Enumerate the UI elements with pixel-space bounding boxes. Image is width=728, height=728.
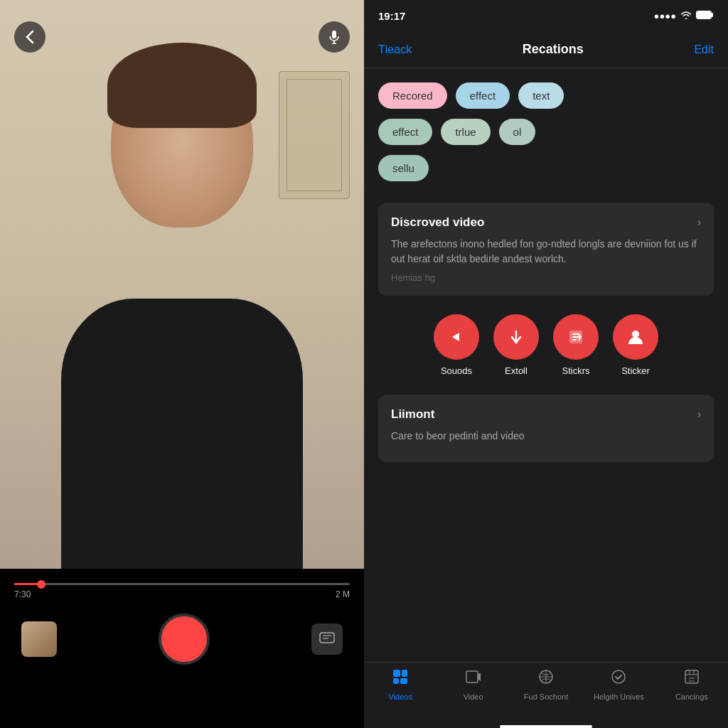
tag-trlue[interactable]: trlue [441, 119, 490, 145]
tags-row-3: sellu [378, 155, 714, 181]
time-end: 2 M [336, 589, 350, 599]
extoll-icon [493, 314, 539, 360]
tab-video[interactable]: Video [437, 668, 509, 701]
svg-rect-14 [393, 678, 399, 684]
home-indicator [500, 725, 592, 728]
svg-rect-16 [466, 671, 478, 682]
sticker-label: Sticker [621, 365, 650, 376]
tags-row-1: Recored effect text [378, 82, 714, 109]
discovered-video-section[interactable]: Discroved video › The arefectons inono h… [378, 203, 714, 296]
left-panel: 7:30 2 M [0, 0, 364, 728]
tab-cancings[interactable]: Cancings [655, 668, 728, 701]
tab-helgith-label: Helgith Unives [594, 692, 644, 701]
record-button[interactable] [159, 614, 210, 665]
svg-rect-0 [332, 31, 336, 38]
avatar-thumbnail[interactable] [21, 621, 57, 657]
signal-icon: ●●●● [654, 11, 676, 21]
status-icons: ●●●● [654, 11, 714, 21]
liimont-section[interactable]: Liimont › Care to beor pedinti and video [378, 395, 714, 462]
time-start: 7:30 [14, 589, 31, 599]
tab-videos[interactable]: Videos [364, 668, 437, 701]
right-panel: 19:17 ●●●● Tleack Recations Edit [364, 0, 728, 728]
bottom-controls: 7:30 2 M [0, 569, 364, 728]
tab-cancings-label: Cancings [675, 692, 708, 701]
tab-fud-label: Fud Sochont [524, 692, 568, 701]
liimont-title: Liimont [391, 407, 434, 422]
liimont-description: Care to beor pedinti and video [391, 429, 701, 444]
battery-icon [696, 11, 714, 21]
tab-helgith-icon [610, 668, 627, 690]
time-labels: 7:30 2 M [14, 589, 350, 599]
tab-video-icon [465, 668, 482, 690]
status-bar: 19:17 ●●●● [364, 0, 728, 31]
camera-view [0, 0, 364, 569]
svg-point-11 [632, 331, 639, 338]
discovered-sub: Hemias hg [391, 272, 701, 283]
discovered-header: Discroved video › [391, 215, 701, 230]
svg-rect-15 [400, 678, 407, 684]
nav-back-button[interactable]: Tleack [378, 43, 412, 56]
action-sticker[interactable]: Sticker [613, 314, 658, 376]
souods-icon [434, 314, 479, 360]
tab-helgith[interactable]: Helgith Unives [582, 668, 655, 701]
person-body [61, 299, 303, 569]
progress-track[interactable] [14, 583, 350, 585]
action-extoll[interactable]: Extoll [493, 314, 539, 376]
tab-fud-sochont[interactable]: Fud Sochont [510, 668, 582, 701]
svg-rect-8 [697, 12, 710, 18]
souods-label: Souods [441, 365, 472, 376]
nav-bar: Tleack Recations Edit [364, 31, 728, 68]
extoll-label: Extoll [505, 365, 528, 376]
svg-rect-7 [712, 13, 713, 17]
stickrs-label: Stickrs [562, 365, 590, 376]
tab-video-label: Video [464, 692, 483, 701]
tag-recored[interactable]: Recored [378, 82, 447, 109]
nav-edit-button[interactable]: Edit [694, 43, 714, 56]
nav-title: Recations [523, 42, 584, 57]
tags-row-2: effect trlue ol [378, 119, 714, 145]
chat-button[interactable] [311, 623, 343, 655]
tag-sellu[interactable]: sellu [378, 155, 429, 181]
liimont-header: Liimont › [391, 407, 701, 422]
status-time: 19:17 [378, 10, 405, 22]
tag-ol[interactable]: ol [499, 119, 536, 145]
svg-rect-3 [320, 633, 334, 643]
back-camera-button[interactable] [14, 21, 46, 53]
tab-cancings-icon [683, 668, 700, 690]
tag-text[interactable]: text [518, 82, 564, 109]
progress-thumb[interactable] [37, 580, 46, 589]
discovered-description: The arefectons inono hedled fon go-ndted… [391, 237, 701, 267]
sticker-icon [613, 314, 658, 360]
tab-videos-label: Videos [388, 692, 412, 701]
action-buttons-row: Souods Extoll Stickrs [378, 307, 714, 383]
action-souods[interactable]: Souods [434, 314, 479, 376]
cabinet [279, 71, 350, 199]
discovered-title: Discroved video [391, 215, 484, 230]
tab-bar: Videos Video Fud Sochont [364, 662, 728, 721]
action-stickrs[interactable]: Stickrs [553, 314, 599, 376]
tab-fud-icon [537, 668, 555, 690]
progress-bar-area: 7:30 2 M [0, 569, 364, 606]
svg-rect-13 [402, 670, 407, 677]
person-hair [107, 43, 257, 128]
tab-videos-icon [392, 668, 409, 690]
svg-rect-12 [393, 670, 400, 677]
tag-effect-1[interactable]: effect [456, 82, 510, 109]
stickrs-icon [553, 314, 599, 360]
tags-section: Recored effect text effect trlue ol sell… [378, 82, 714, 181]
wifi-icon [680, 11, 692, 21]
controls-row [0, 606, 364, 672]
content-scroll: Recored effect text effect trlue ol sell… [364, 68, 728, 662]
microphone-button[interactable] [318, 21, 350, 53]
svg-point-20 [612, 670, 625, 683]
tag-effect-2[interactable]: effect [378, 119, 432, 145]
discovered-chevron-icon: › [697, 216, 701, 229]
liimont-chevron-icon: › [697, 408, 701, 421]
